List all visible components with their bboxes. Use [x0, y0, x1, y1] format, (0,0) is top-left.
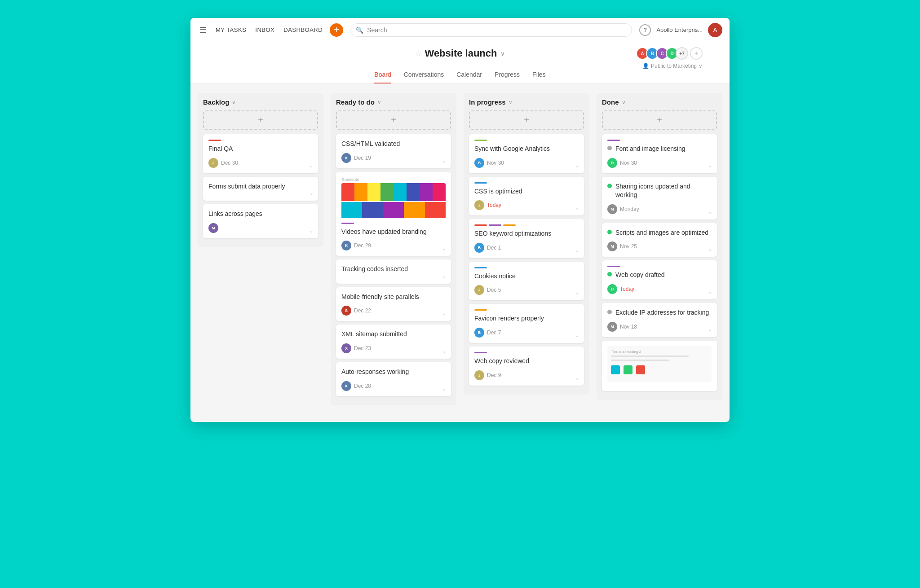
help-button[interactable]: ?	[639, 24, 651, 36]
search-input[interactable]	[350, 23, 632, 37]
card-footer: J Dec 30	[208, 158, 313, 168]
card-css-optimized: CSS is optimized J Today ⌄	[469, 177, 584, 216]
card-title-wrap: Web copy drafted	[607, 271, 712, 284]
column-header-inprogress: In progress ∨	[469, 98, 584, 106]
status-dot	[607, 146, 612, 150]
doc-figure	[636, 365, 645, 374]
add-task-button[interactable]: +	[330, 23, 343, 37]
priority-bar	[474, 182, 487, 184]
priority-bar	[341, 223, 354, 224]
card-sharing-icons: Sharing icons updated and working M Mond…	[602, 177, 717, 219]
card-chevron-icon: ⌄	[708, 289, 712, 295]
card-footer: S Dec 22	[341, 306, 446, 316]
nav-tabs: Board Conversations Calendar Progress Fi…	[190, 71, 730, 83]
card-forms-submit: Forms submit data properly ⌄	[203, 177, 318, 201]
status-dot	[607, 310, 612, 314]
column-done: Done ∨ + Font and image licensing D Nov …	[597, 93, 722, 400]
card-chevron-icon: ⌄	[575, 205, 579, 211]
visibility-label: Public to Marketing	[651, 63, 697, 69]
add-card-done[interactable]: +	[602, 110, 717, 130]
column-header-done: Done ∨	[602, 98, 717, 106]
tab-progress[interactable]: Progress	[495, 71, 520, 83]
card-footer: J Dec 5	[474, 285, 579, 295]
app-window: ☰ MY TASKS INBOX DASHBOARD + 🔍 ? Apollo …	[190, 18, 730, 422]
dot-bar	[474, 224, 487, 226]
doc-line	[611, 360, 669, 361]
card-title-wrap: Scripts and images are optimized	[607, 228, 712, 242]
add-member-button[interactable]: +	[690, 47, 703, 60]
card-date: Nov 30	[487, 160, 504, 166]
add-card-backlog[interactable]: +	[203, 110, 318, 130]
card-date: Monday	[620, 206, 639, 212]
card-title: CSS is optimized	[474, 187, 579, 196]
card-title: Forms submit data properly	[208, 182, 313, 191]
visibility-dropdown[interactable]: ∨	[699, 63, 703, 69]
card-footer: M Nov 18	[607, 322, 712, 332]
card-avatar: J	[474, 370, 484, 380]
card-chevron-icon: ⌄	[708, 162, 712, 169]
card-date: Dec 29	[354, 242, 371, 249]
doc-line	[611, 355, 689, 357]
card-title: Sync with Google Analytics	[474, 145, 579, 154]
card-title: Videos have updated branding	[341, 228, 446, 237]
card-footer: K Dec 29	[341, 241, 446, 250]
ready-dropdown-icon[interactable]: ∨	[377, 99, 381, 105]
member-count: +7	[676, 47, 688, 60]
card-footer: D Nov 30	[607, 158, 712, 168]
card-font-licensing: Font and image licensing D Nov 30 ⌄	[602, 134, 717, 173]
tab-conversations[interactable]: Conversations	[404, 71, 444, 83]
card-web-copy-reviewed: Web copy reviewed J Dec 9 ⌄	[469, 347, 584, 386]
card-favicon: Favicon renders properly B Dec 7 ⌄	[469, 304, 584, 343]
column-title-done: Done	[602, 98, 619, 106]
project-dropdown-icon[interactable]: ∨	[500, 50, 505, 57]
card-avatar: B	[474, 243, 484, 253]
card-final-qa: Final QA J Dec 30 ⌄	[203, 134, 318, 173]
card-date: Dec 30	[221, 160, 238, 166]
user-name-label: Apollo Enterpris...	[656, 26, 703, 33]
inprogress-dropdown-icon[interactable]: ∨	[509, 99, 513, 105]
card-footer: X Dec 23	[341, 343, 446, 353]
card-title: Favicon renders properly	[474, 314, 579, 323]
add-card-inprogress[interactable]: +	[469, 110, 584, 130]
card-date: Dec 9	[487, 372, 501, 378]
tab-board[interactable]: Board	[374, 71, 391, 83]
card-chevron-icon: ⌄	[309, 162, 314, 169]
priority-bar	[474, 309, 487, 311]
card-chevron-icon: ⌄	[708, 326, 712, 333]
card-title: Tracking codes inserted	[341, 265, 446, 274]
card-date: Nov 25	[620, 243, 637, 250]
user-avatar[interactable]: A	[708, 23, 722, 37]
card-title: Final QA	[208, 145, 313, 154]
nav-inbox[interactable]: INBOX	[255, 26, 274, 33]
multi-dots	[474, 224, 579, 226]
card-chevron-icon: ⌄	[575, 332, 579, 338]
card-scripts-images: Scripts and images are optimized M Nov 2…	[602, 223, 717, 257]
column-title-backlog: Backlog	[203, 98, 229, 106]
backlog-dropdown-icon[interactable]: ∨	[232, 99, 236, 105]
nav-dashboard[interactable]: DASHBOARD	[283, 26, 323, 33]
menu-icon[interactable]: ☰	[198, 23, 208, 37]
priority-bar	[474, 267, 487, 268]
column-title-inprogress: In progress	[469, 98, 506, 106]
done-dropdown-icon[interactable]: ∨	[622, 99, 626, 105]
tab-calendar[interactable]: Calendar	[456, 71, 482, 83]
card-footer: M Monday	[607, 204, 712, 214]
card-date: Today	[620, 286, 634, 292]
card-date: Dec 22	[354, 307, 371, 314]
card-title-wrap: Sharing icons updated and working	[607, 182, 712, 204]
tab-files[interactable]: Files	[532, 71, 546, 83]
add-card-ready[interactable]: +	[336, 110, 451, 130]
dot-bar	[503, 224, 516, 226]
card-chevron-icon: ⌄	[442, 310, 447, 316]
doc-preview-image: This is a heading 2	[607, 346, 712, 382]
doc-figures	[611, 365, 708, 374]
status-dot	[607, 272, 612, 276]
card-title: Font and image licensing	[615, 145, 686, 154]
priority-bar	[607, 140, 620, 141]
star-icon[interactable]: ☆	[415, 49, 421, 58]
card-date: Dec 7	[487, 329, 501, 336]
card-footer: K Dec 28	[341, 381, 446, 391]
nav-my-tasks[interactable]: MY TASKS	[216, 26, 246, 33]
card-avatar: X	[341, 343, 351, 353]
status-dot	[607, 184, 612, 188]
